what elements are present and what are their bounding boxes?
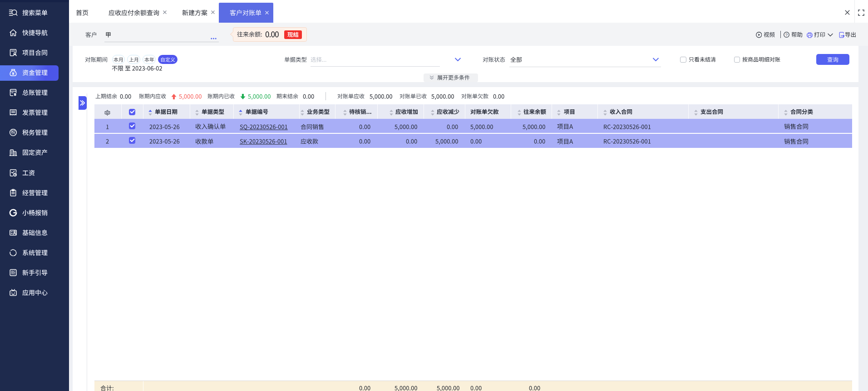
svg-text:?: ?	[785, 32, 787, 37]
